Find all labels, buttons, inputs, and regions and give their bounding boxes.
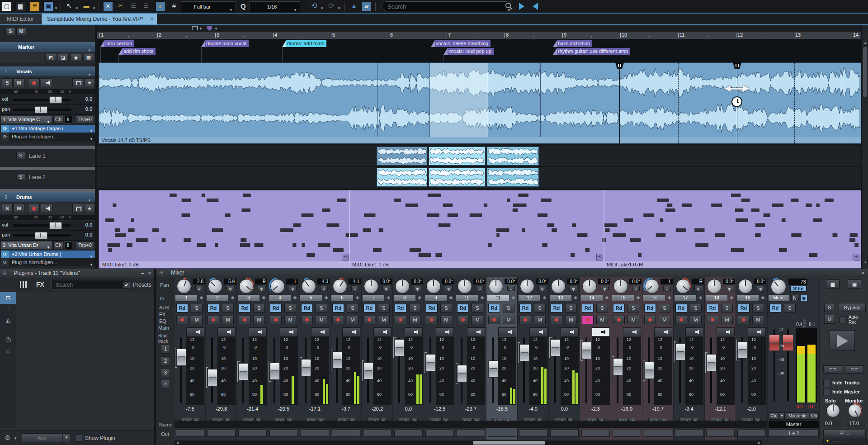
solo-button[interactable]: S bbox=[409, 304, 421, 312]
out-select[interactable] bbox=[550, 430, 579, 437]
track-record-button[interactable] bbox=[28, 78, 40, 87]
mute-button[interactable]: M bbox=[347, 316, 359, 324]
phase-button[interactable]: φ bbox=[414, 286, 421, 291]
mixer-channel-strip[interactable]: -4.3φ5◉RdSM12010204080-17.1FX▼ bbox=[299, 277, 330, 440]
timeline-marker[interactable]: vocals: delete breathing bbox=[431, 40, 491, 47]
fx-dropdown-icon[interactable]: ▼ bbox=[779, 412, 785, 420]
input-monitor-icon[interactable]: ◉ bbox=[666, 295, 673, 301]
mute-button[interactable]: M bbox=[534, 316, 546, 324]
hscroll-thumb[interactable] bbox=[473, 441, 545, 445]
record-ready-button[interactable]: Rd bbox=[551, 304, 562, 312]
mute-button[interactable]: M bbox=[284, 316, 296, 324]
start-track-button[interactable]: 4 bbox=[161, 380, 170, 389]
volume-fader[interactable] bbox=[332, 351, 342, 369]
phase-button[interactable]: φ bbox=[445, 286, 453, 291]
record-ready-button[interactable]: Rd bbox=[613, 304, 625, 312]
channel-monitor-button[interactable] bbox=[685, 327, 703, 336]
pan-knob[interactable] bbox=[269, 278, 285, 294]
channel-monitor-button[interactable] bbox=[280, 327, 298, 336]
pan-knob[interactable] bbox=[550, 278, 566, 294]
solo-button[interactable]: S bbox=[284, 304, 296, 312]
record-button[interactable] bbox=[582, 316, 594, 324]
track-solo-button[interactable]: S bbox=[2, 204, 13, 213]
marker-list-icon[interactable]: ▦ bbox=[83, 54, 94, 62]
phase-button[interactable]: φ bbox=[351, 286, 359, 291]
load-mixer-icon[interactable]: ▆ bbox=[826, 279, 840, 289]
record-ready-button[interactable]: Rd bbox=[644, 304, 656, 312]
plugin-power-icon[interactable]: ⟳ bbox=[1, 251, 9, 258]
solo-button[interactable]: S bbox=[596, 304, 608, 312]
mute-button[interactable]: M bbox=[440, 316, 452, 324]
record-ready-button[interactable]: Rd bbox=[332, 304, 344, 312]
transpose-button[interactable]: Tsp+0 bbox=[76, 116, 94, 123]
track-solo-button[interactable]: S bbox=[2, 78, 13, 87]
pan-knob[interactable] bbox=[175, 278, 192, 294]
snap-mode-select[interactable]: Full bar ▼ bbox=[181, 1, 236, 12]
phase-button[interactable]: φ bbox=[538, 286, 546, 291]
out-select[interactable] bbox=[519, 430, 547, 437]
solo-knob[interactable] bbox=[825, 402, 840, 418]
channel-monitor-button[interactable] bbox=[561, 327, 579, 336]
record-button[interactable] bbox=[239, 316, 250, 324]
show-plugin-checkbox[interactable] bbox=[75, 435, 82, 442]
solo-button[interactable]: S bbox=[253, 304, 265, 312]
grid-icon[interactable]: # bbox=[169, 1, 179, 11]
shield-icon[interactable] bbox=[207, 26, 212, 31]
record-button[interactable] bbox=[613, 316, 625, 324]
mono-button[interactable]: Mono bbox=[769, 295, 789, 301]
master-s-button[interactable]: S bbox=[824, 303, 835, 312]
record-button[interactable] bbox=[301, 316, 313, 324]
volume-fader[interactable] bbox=[551, 339, 561, 356]
draw-tool-dropdown-icon[interactable]: ▼ bbox=[92, 6, 96, 10]
mix-on-button[interactable]: On bbox=[810, 412, 819, 420]
input-monitor-icon[interactable]: ◉ bbox=[510, 295, 517, 301]
hide-tracks-checkbox[interactable] bbox=[823, 379, 830, 386]
mixer-channel-strip[interactable]: 0.0*φ12◉RdSM12010204080-4.0FX▼ bbox=[518, 277, 549, 440]
pan-knob[interactable] bbox=[363, 278, 379, 294]
volume-fader[interactable] bbox=[675, 343, 685, 360]
timeline-ruler[interactable]: 1234567891011121314 bbox=[97, 32, 861, 39]
volume-fader[interactable] bbox=[239, 363, 249, 380]
mixer-channel-strip[interactable]: 0.0*φ7◉RdSM12010204080-20.2FX▼ bbox=[362, 277, 393, 440]
search-dropdown-icon[interactable]: ▼ bbox=[507, 8, 511, 12]
unlink-faders-icon[interactable]: ⊃⊂ bbox=[845, 365, 864, 374]
plugin-dropdown-icon[interactable]: ▼ bbox=[90, 135, 93, 143]
phase-button[interactable]: φ bbox=[289, 286, 297, 291]
add-plugin-button[interactable]: Add bbox=[22, 433, 62, 442]
pan-knob[interactable] bbox=[643, 278, 660, 294]
track-lock-button[interactable] bbox=[72, 204, 83, 213]
marker-range-icon[interactable]: ◆ bbox=[71, 54, 81, 62]
scroll-down-icon[interactable]: ▼ bbox=[863, 260, 867, 265]
pan-knob[interactable] bbox=[238, 278, 254, 294]
track-header[interactable]: 2Drums▼ bbox=[0, 192, 95, 202]
mute-button[interactable]: M bbox=[503, 316, 514, 324]
crossfade-icon[interactable]: ✕ bbox=[103, 1, 113, 11]
record-ready-button[interactable]: Rd bbox=[519, 304, 531, 312]
input-monitor-icon[interactable]: ◉ bbox=[760, 295, 766, 301]
add-plugin-row[interactable]: ⟳Plug-in hinzufügen...▼ bbox=[1, 259, 95, 266]
track-lock-button[interactable] bbox=[72, 78, 83, 87]
phase-button[interactable]: φ bbox=[663, 286, 671, 291]
solo-button[interactable]: S bbox=[752, 304, 764, 312]
channel-monitor-button[interactable] bbox=[717, 327, 735, 336]
pan-knob[interactable] bbox=[331, 278, 348, 294]
out-select[interactable] bbox=[425, 430, 454, 437]
out-select[interactable] bbox=[488, 430, 516, 437]
record-button[interactable] bbox=[176, 316, 188, 324]
mute-button[interactable]: M bbox=[253, 316, 265, 324]
undo-icon[interactable]: ⟲ bbox=[309, 1, 319, 11]
out-select[interactable] bbox=[332, 430, 360, 437]
mute-button[interactable]: M bbox=[690, 316, 702, 324]
clip-grip-icon[interactable]: ⟲ bbox=[596, 254, 603, 260]
solo-button[interactable]: S bbox=[472, 304, 483, 312]
lock-icon[interactable] bbox=[192, 26, 198, 30]
instrument-plugin-row[interactable]: ⟳+2:Vita Urban Drums (▼ bbox=[1, 251, 95, 258]
mixer-channel-strip[interactable]: Rφ3◉RdSM12010204080-21.4FX▼ bbox=[237, 277, 268, 440]
mixer-channel-strip[interactable]: Lφ4◉RdSM12010204080-20.5FX▼ bbox=[268, 277, 299, 440]
search-next-icon[interactable] bbox=[519, 3, 524, 10]
mixer-channel-strip[interactable]: 0.0*φ19◉RdSM12010204080-2.0FX▼ bbox=[736, 277, 767, 440]
phase-button[interactable]: φ bbox=[570, 286, 577, 291]
minimize-icon[interactable]: – bbox=[854, 269, 857, 277]
input-monitor-icon[interactable]: ◉ bbox=[697, 295, 704, 301]
volume-fader[interactable] bbox=[301, 359, 311, 376]
